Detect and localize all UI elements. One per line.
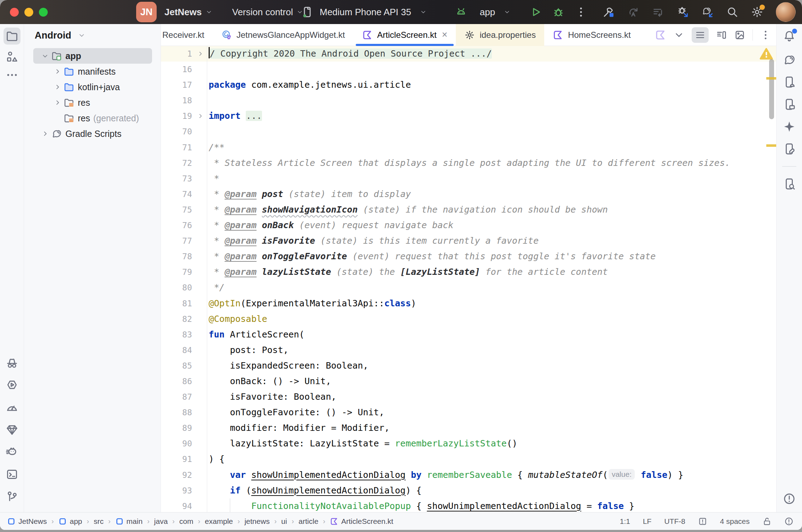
user-avatar[interactable] bbox=[776, 2, 796, 22]
unlock-icon[interactable] bbox=[762, 517, 772, 526]
tool-window-button-device-search[interactable] bbox=[783, 178, 796, 190]
run-button[interactable] bbox=[530, 6, 542, 18]
search-everywhere-button[interactable] bbox=[726, 6, 738, 18]
code-line-87: 87 isFavorite: Boolean, bbox=[161, 389, 776, 405]
zoom-window-button[interactable] bbox=[39, 8, 48, 17]
tree-item-app[interactable]: app bbox=[33, 48, 152, 64]
tool-window-button-git-branch[interactable] bbox=[6, 490, 18, 503]
tool-window-button-more-horizontal[interactable] bbox=[6, 69, 18, 81]
project-menu[interactable]: JetNews bbox=[164, 7, 202, 18]
close-window-button[interactable] bbox=[10, 8, 19, 17]
code-text: lazyListState: LazyListState = rememberL… bbox=[207, 436, 517, 451]
code-editor[interactable]: 1/ Copyright 2020 The Android Open Sourc… bbox=[161, 46, 776, 512]
tab-articlescreen-kt[interactable]: ArticleScreen.kt× bbox=[354, 24, 456, 46]
inspection-warning-icon[interactable] bbox=[760, 48, 773, 60]
kebab-icon[interactable] bbox=[760, 29, 771, 41]
chevron-right-icon[interactable] bbox=[51, 83, 64, 91]
tool-window-button-gem[interactable] bbox=[6, 423, 18, 436]
inspection-square-icon[interactable] bbox=[698, 517, 707, 526]
attach-debugger-button[interactable] bbox=[677, 6, 689, 18]
breadcrumb-item-example[interactable]: example bbox=[205, 517, 233, 526]
tool-window-button-bell[interactable] bbox=[783, 30, 796, 44]
tool-window-button-resource-manager[interactable] bbox=[6, 50, 18, 63]
chevron-right-icon[interactable] bbox=[51, 68, 64, 75]
gradle-sync-button[interactable] bbox=[702, 6, 714, 18]
debug-button[interactable] bbox=[552, 6, 564, 18]
tool-window-button-gemini-sparkle[interactable] bbox=[783, 120, 796, 133]
project-view-selector[interactable]: Android bbox=[35, 30, 71, 41]
more-run-options-button[interactable] bbox=[575, 6, 587, 18]
chevron-right-icon[interactable] bbox=[51, 99, 64, 106]
problems-indicator-icon[interactable] bbox=[784, 517, 794, 526]
tree-item-res[interactable]: res bbox=[33, 95, 152, 110]
run-configuration-selector[interactable]: app bbox=[480, 7, 495, 18]
caret-position[interactable]: 1:1 bbox=[620, 517, 630, 526]
line-number: 19 bbox=[161, 108, 194, 124]
tool-window-button-device-explorer[interactable] bbox=[783, 143, 796, 155]
tool-window-button-gradle[interactable] bbox=[783, 53, 796, 66]
breadcrumb-separator: › bbox=[238, 517, 240, 525]
tree-item-kotlin-java[interactable]: kotlin+java bbox=[33, 79, 152, 95]
editor-scrollbar[interactable] bbox=[769, 59, 774, 119]
tree-item-gradle-scripts[interactable]: Gradle Scripts bbox=[33, 126, 152, 141]
project-avatar[interactable]: JN bbox=[136, 2, 157, 22]
breadcrumb-item-java[interactable]: java bbox=[154, 517, 168, 526]
tool-window-button-device-manager[interactable] bbox=[783, 76, 796, 88]
close-tab-icon[interactable]: × bbox=[442, 30, 448, 40]
breadcrumb-item-com[interactable]: com bbox=[179, 517, 193, 526]
code-text: package com.example.jetnews.ui.article bbox=[207, 77, 411, 93]
chevron-down-icon bbox=[205, 8, 213, 16]
split-editor-icon[interactable] bbox=[716, 29, 727, 41]
breadcrumb-item-src[interactable]: src bbox=[94, 517, 104, 526]
tool-window-button-gauge[interactable] bbox=[6, 401, 18, 414]
line-separator[interactable]: LF bbox=[643, 517, 652, 526]
left-tool-stripe bbox=[0, 24, 24, 512]
tool-window-button-project-folder[interactable] bbox=[4, 28, 21, 45]
folder-res-icon bbox=[64, 113, 74, 123]
device-selector[interactable]: Medium Phone API 35 bbox=[320, 7, 411, 18]
editor-list-view-button[interactable] bbox=[692, 27, 709, 43]
line-number: 70 bbox=[161, 124, 194, 139]
apply-changes-button[interactable] bbox=[627, 6, 639, 18]
breadcrumb-item-article[interactable]: article bbox=[298, 517, 318, 526]
glance-widget-icon bbox=[221, 30, 232, 40]
fold-marker-icon[interactable] bbox=[194, 50, 207, 57]
minimize-window-button[interactable] bbox=[24, 8, 33, 17]
code-line-18: 18 bbox=[161, 93, 776, 108]
breadcrumb-item-jetnews[interactable]: jetnews bbox=[244, 517, 269, 526]
breadcrumb-item-jetnews[interactable]: JetNews bbox=[7, 517, 47, 526]
version-control-menu[interactable]: Version control bbox=[232, 7, 293, 18]
tab-idea-properties[interactable]: idea.properties bbox=[456, 24, 544, 46]
notification-badge bbox=[792, 29, 797, 34]
breadcrumb-item-main[interactable]: main bbox=[115, 517, 143, 526]
tree-item-res[interactable]: res(generated) bbox=[33, 110, 152, 126]
file-encoding[interactable]: UTF-8 bbox=[664, 517, 685, 526]
chevron-down-icon[interactable] bbox=[673, 29, 685, 41]
tab-homescreens-kt[interactable]: HomeScreens.kt bbox=[544, 24, 639, 46]
line-number: 93 bbox=[161, 483, 194, 498]
fold-marker-icon[interactable] bbox=[194, 112, 207, 120]
breadcrumb-item-ui[interactable]: ui bbox=[281, 517, 287, 526]
tab-receiver-kt[interactable]: Receiver.kt bbox=[161, 24, 213, 46]
breadcrumb-item-app[interactable]: app bbox=[58, 517, 82, 526]
tool-window-button-incognito[interactable] bbox=[6, 357, 18, 369]
breadcrumb-item-articlescreen-kt[interactable]: ArticleScreen.kt bbox=[330, 517, 393, 526]
tool-window-button-logcat-cat[interactable] bbox=[6, 446, 18, 458]
tab-jetnewsglanceappwidget-kt[interactable]: JetnewsGlanceAppWidget.kt bbox=[213, 24, 354, 46]
scrollbar-warning-mark[interactable] bbox=[766, 77, 776, 80]
indent-setting[interactable]: 4 spaces bbox=[720, 517, 750, 526]
build-hammer-button[interactable] bbox=[603, 6, 615, 18]
tool-window-button-hexagon-play[interactable] bbox=[6, 379, 18, 392]
scrollbar-warning-mark[interactable] bbox=[766, 144, 776, 147]
line-number: 76 bbox=[161, 218, 194, 233]
tool-window-button-running-devices[interactable] bbox=[783, 98, 796, 111]
breadcrumb-separator: › bbox=[292, 517, 294, 525]
settings-button[interactable] bbox=[751, 6, 763, 18]
image-icon[interactable] bbox=[734, 29, 745, 41]
apply-code-changes-button[interactable] bbox=[652, 6, 664, 18]
chevron-right-icon[interactable] bbox=[39, 130, 51, 138]
chevron-down-icon[interactable] bbox=[41, 50, 49, 62]
tool-window-button-terminal[interactable] bbox=[6, 468, 18, 481]
tree-item-manifests[interactable]: manifests bbox=[33, 64, 152, 79]
tool-window-button-problems[interactable] bbox=[783, 492, 796, 505]
